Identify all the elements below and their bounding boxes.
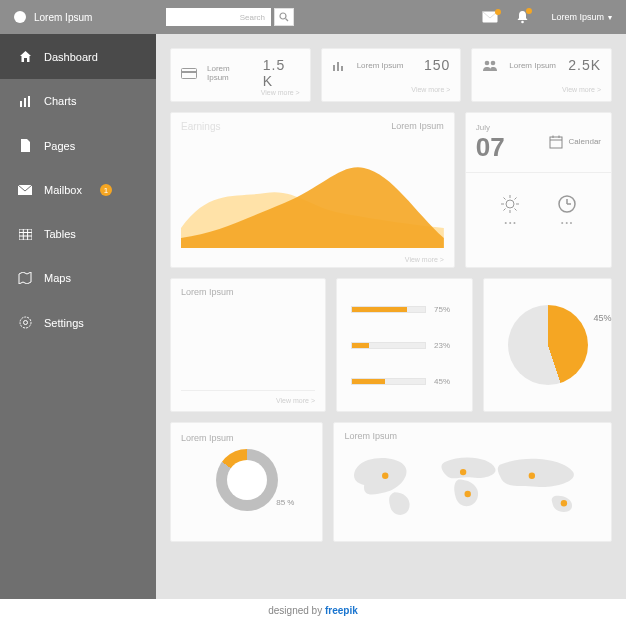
progress-card: 75% 23% 45% [336, 278, 473, 412]
stat-card-2: Lorem Ipsum 150 View more > [321, 48, 462, 102]
svg-line-34 [504, 209, 506, 211]
view-more-link[interactable]: View more > [181, 89, 300, 96]
sidebar-item-tables[interactable]: Tables [0, 212, 156, 256]
row-4: Lorem Ipsum 85 % Lorem Ipsum [170, 422, 612, 542]
earnings-title: Earnings [181, 121, 220, 132]
grouped-bar-chart [181, 305, 315, 391]
notification-dot-icon [495, 9, 501, 15]
svg-line-32 [515, 209, 517, 211]
view-more-link[interactable]: View more > [332, 86, 451, 93]
table-icon [18, 229, 32, 240]
search-icon [279, 12, 289, 22]
mailbox-badge: 1 [100, 184, 112, 196]
earnings-area-chart [181, 138, 444, 248]
svg-point-41 [529, 473, 535, 479]
card-icon [181, 68, 197, 79]
svg-point-13 [20, 317, 31, 328]
search-button[interactable] [274, 8, 294, 26]
sidebar-item-settings[interactable]: Settings [0, 300, 156, 345]
credit-prefix: designed by [268, 605, 325, 616]
progress-row: 23% [351, 341, 458, 350]
sidebar-item-maps[interactable]: Maps [0, 256, 156, 300]
svg-point-14 [23, 321, 27, 325]
donut-title: Lorem Ipsum [181, 433, 312, 443]
sidebar: Dashboard Charts Pages Mailbox 1 Tables [0, 34, 156, 599]
svg-rect-18 [337, 62, 339, 71]
svg-rect-8 [19, 229, 32, 240]
clock-icon [556, 193, 578, 215]
sidebar-item-label: Pages [44, 140, 75, 152]
date-month: July [476, 123, 505, 132]
svg-rect-16 [182, 71, 197, 73]
stat-label: Lorem Ipsum [357, 61, 404, 70]
sidebar-item-label: Dashboard [44, 51, 98, 63]
chevron-down-icon: ▾ [608, 13, 612, 22]
progress-value: 45% [434, 377, 458, 386]
dots-icon: • • • [561, 219, 572, 226]
main: Lorem Ipsum 1.5 K View more > Lorem Ipsu… [156, 34, 626, 599]
map-card: Lorem Ipsum [333, 422, 612, 542]
svg-line-1 [286, 19, 289, 22]
sidebar-item-pages[interactable]: Pages [0, 123, 156, 168]
earnings-card: Earnings Lorem Ipsum View more > [170, 112, 455, 268]
credit: designed by freepik [0, 599, 626, 626]
svg-line-33 [515, 198, 517, 200]
donut-value: 85 % [276, 498, 294, 507]
view-more-link[interactable]: View more > [405, 256, 444, 263]
stat-card-1: Lorem Ipsum 1.5 K View more > [170, 48, 311, 102]
view-more-link[interactable]: View more > [181, 397, 315, 404]
stat-card-3: Lorem Ipsum 2.5K View more > [471, 48, 612, 102]
donut-card: Lorem Ipsum 85 % [170, 422, 323, 542]
bar-card-title: Lorem Ipsum [181, 287, 315, 297]
svg-point-21 [491, 61, 496, 66]
user-label: Lorem Ipsum [551, 12, 604, 22]
world-map [344, 445, 601, 523]
svg-rect-19 [341, 66, 343, 71]
gear-icon [18, 316, 32, 329]
calendar-label: Calendar [569, 137, 601, 146]
bell-button[interactable] [516, 10, 529, 24]
pie-chart [508, 305, 588, 385]
weather-cell: • • • [499, 193, 521, 226]
users-icon [482, 59, 499, 71]
sidebar-item-label: Mailbox [44, 184, 82, 196]
sidebar-item-mailbox[interactable]: Mailbox 1 [0, 168, 156, 212]
svg-rect-22 [550, 137, 562, 148]
home-icon [18, 50, 32, 63]
view-more-link[interactable]: View more > [482, 86, 601, 93]
stat-label: Lorem Ipsum [509, 61, 556, 70]
progress-value: 75% [434, 305, 458, 314]
progress-row: 45% [351, 377, 458, 386]
svg-point-26 [506, 200, 514, 208]
sidebar-item-charts[interactable]: Charts [0, 79, 156, 123]
user-menu[interactable]: Lorem Ipsum ▾ [547, 12, 612, 22]
page-icon [18, 139, 32, 152]
search-input[interactable] [166, 8, 271, 26]
mail-button[interactable] [482, 11, 498, 23]
brand-avatar-icon [14, 11, 26, 23]
sidebar-item-label: Settings [44, 317, 84, 329]
clock-cell: • • • [556, 193, 578, 226]
brand-label: Lorem Ipsum [34, 12, 92, 23]
chart-icon [18, 96, 32, 107]
map-icon [18, 272, 32, 284]
top-icons: Lorem Ipsum ▾ [482, 10, 612, 24]
date-row: July 07 Calendar [476, 123, 601, 160]
donut-hole [227, 460, 267, 500]
svg-rect-4 [20, 101, 22, 107]
app-root: Lorem Ipsum Lorem Ipsum ▾ [0, 0, 626, 626]
sidebar-item-dashboard[interactable]: Dashboard [0, 34, 156, 79]
svg-point-3 [522, 21, 525, 24]
mail-icon [18, 185, 32, 195]
svg-point-38 [382, 473, 388, 479]
stat-label: Lorem Ipsum [207, 64, 253, 82]
brand: Lorem Ipsum [14, 11, 156, 23]
sidebar-item-label: Tables [44, 228, 76, 240]
weather-row: • • • • • • [476, 185, 601, 226]
date-day: 07 [476, 134, 505, 160]
earnings-subtitle: Lorem Ipsum [391, 121, 444, 132]
stat-value: 150 [424, 57, 450, 73]
calendar-icon [549, 135, 563, 149]
map-title: Lorem Ipsum [344, 431, 601, 441]
bars-icon [332, 60, 347, 71]
